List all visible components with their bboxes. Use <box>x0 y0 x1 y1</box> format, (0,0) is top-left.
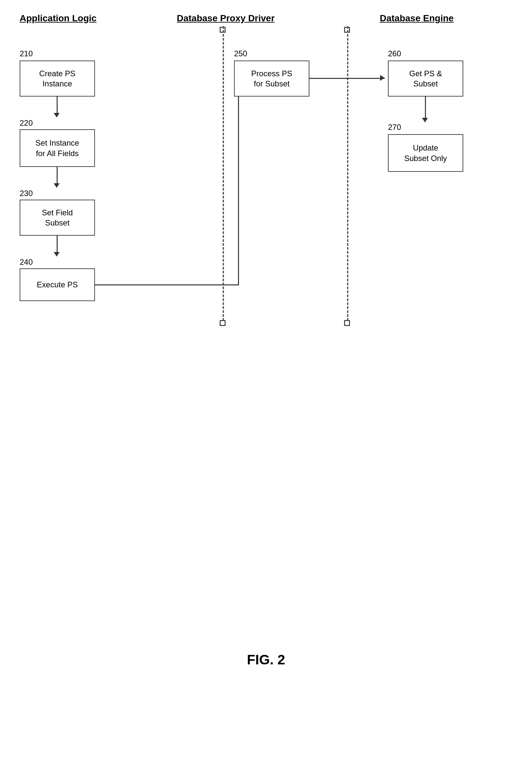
step-210-num: 210 <box>20 49 33 58</box>
step-250-num: 250 <box>234 49 247 58</box>
diagram-container: Application Logic Database Proxy Driver … <box>0 0 532 687</box>
box-220: Set Instance for All Fields <box>20 129 95 167</box>
box-270-label: Update Subset Only <box>404 143 447 163</box>
dashed-line-2 <box>347 26 348 321</box>
box-230-label: Set Field Subset <box>42 207 73 228</box>
step-230-num: 230 <box>20 189 33 198</box>
box-230: Set Field Subset <box>20 200 95 236</box>
box-210-label: Create PS Instance <box>39 68 76 89</box>
box-260-label: Get PS & Subset <box>409 68 442 89</box>
dashed-line-1 <box>223 26 224 321</box>
step-220-num: 220 <box>20 118 33 128</box>
box-240: Execute PS <box>20 268 95 301</box>
header-application-logic: Application Logic <box>20 13 97 23</box>
step-240-num: 240 <box>20 257 33 267</box>
box-250-label: Process PS for Subset <box>251 68 292 89</box>
header-db-engine: Database Engine <box>380 13 454 23</box>
figure-label: FIG. 2 <box>247 652 285 668</box>
line1-cap-bottom <box>220 320 226 326</box>
box-250: Process PS for Subset <box>234 61 309 97</box>
header-db-proxy-driver: Database Proxy Driver <box>177 13 275 23</box>
arrow-220-230-line <box>57 167 58 185</box>
arrow-210-220-line <box>57 97 58 114</box>
box-210: Create PS Instance <box>20 61 95 97</box>
step-270-num: 270 <box>388 123 401 132</box>
arrow-260-270-head <box>422 118 428 122</box>
arrow-250-260-head <box>380 75 385 81</box>
arrow-230-240-head <box>54 252 60 257</box>
box-240-label: Execute PS <box>37 280 78 289</box>
arrow-250-260-horiz <box>309 78 385 79</box>
arrow-240-250-horiz <box>95 285 239 286</box>
box-260: Get PS & Subset <box>388 61 463 97</box>
line2-cap-bottom <box>344 320 350 326</box>
arrow-240-250-vert <box>238 82 239 285</box>
box-220-label: Set Instance for All Fields <box>35 138 79 158</box>
arrow-230-240-line <box>57 236 58 254</box>
step-260-num: 260 <box>388 49 401 58</box>
arrow-260-270-line <box>425 97 426 119</box>
arrow-220-230-head <box>54 183 60 188</box>
arrow-210-220-head <box>54 113 60 117</box>
box-270: Update Subset Only <box>388 134 463 172</box>
